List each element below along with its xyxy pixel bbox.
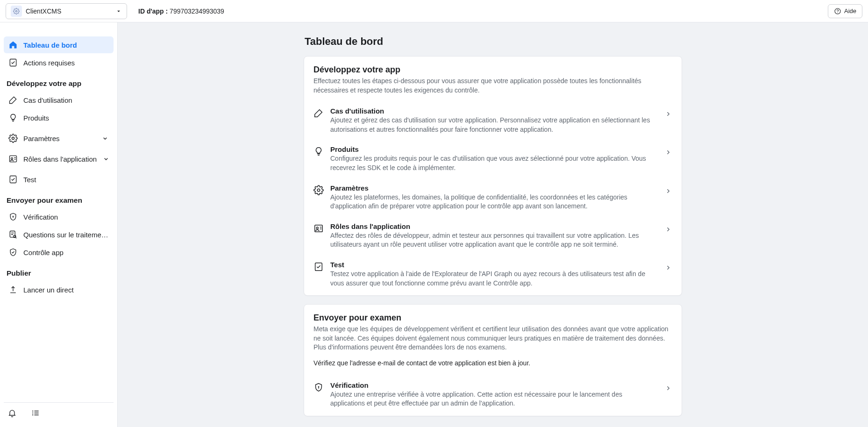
chevron-right-icon xyxy=(664,384,672,392)
row-title: Test xyxy=(330,261,657,269)
pencil-icon xyxy=(313,108,324,118)
gear-icon xyxy=(11,6,22,17)
build-card-title: Développez votre app xyxy=(313,65,672,75)
caret-down-icon xyxy=(115,8,122,14)
sidebar-item-label: Cas d'utilisation xyxy=(23,96,72,104)
sidebar-heading-review: Envoyer pour examen xyxy=(4,189,114,208)
row-desc: Ajoutez et gérez des cas d'utilisation s… xyxy=(330,116,657,134)
shield-icon xyxy=(8,212,18,221)
sidebar-heading-publish: Publier xyxy=(4,262,114,281)
check-doc-icon xyxy=(8,175,18,184)
row-test[interactable]: Test Testez votre application à l'aide d… xyxy=(313,255,672,293)
row-desc: Affectez des rôles de développeur, admin… xyxy=(330,231,657,249)
sidebar-item-settings[interactable]: Paramètres xyxy=(4,130,114,147)
bell-icon[interactable] xyxy=(7,408,17,418)
sidebar: Tableau de bord Actions requises Dévelop… xyxy=(0,22,118,427)
row-title: Vérification xyxy=(330,381,657,389)
shield-icon xyxy=(313,382,324,392)
review-card-note: Vérifiez que l'adresse e-mail de contact… xyxy=(313,359,672,368)
list-icon[interactable] xyxy=(31,408,40,418)
row-title: Paramètres xyxy=(330,184,657,192)
row-title: Rôles dans l'application xyxy=(330,222,657,230)
bulb-icon xyxy=(313,146,324,157)
row-title: Produits xyxy=(330,145,657,153)
doc-search-icon xyxy=(8,230,18,239)
sidebar-item-label: Produits xyxy=(23,114,49,122)
sidebar-item-label: Test xyxy=(23,176,36,184)
content-area: Tableau de bord Développez votre app Eff… xyxy=(118,22,868,427)
row-use-cases[interactable]: Cas d'utilisation Ajoutez et gérez des c… xyxy=(313,101,672,140)
checklist-icon xyxy=(8,58,18,67)
chevron-right-icon xyxy=(664,225,672,234)
sidebar-item-label: Contrôle app xyxy=(23,249,64,256)
help-icon xyxy=(834,7,841,15)
row-desc: Testez votre application à l'aide de l'E… xyxy=(330,270,657,288)
topbar: ClientXCMS ID d'app : 799703234993039 Ai… xyxy=(0,0,868,22)
row-desc: Ajoutez une entreprise vérifiée à votre … xyxy=(330,390,657,408)
row-desc: Ajoutez les plateformes, les domaines, l… xyxy=(330,193,657,211)
chevron-right-icon xyxy=(664,263,672,272)
row-settings[interactable]: Paramètres Ajoutez les plateformes, les … xyxy=(313,178,672,217)
pencil-icon xyxy=(8,95,18,105)
sidebar-item-app-review[interactable]: Contrôle app xyxy=(4,244,114,261)
gear-icon xyxy=(313,185,324,195)
sidebar-item-app-roles[interactable]: Rôles dans l'application xyxy=(4,150,114,167)
sidebar-item-required-actions[interactable]: Actions requises xyxy=(4,54,114,71)
check-doc-icon xyxy=(313,262,324,272)
sidebar-item-label: Vérification xyxy=(23,213,58,221)
sidebar-item-label: Paramètres xyxy=(23,135,60,142)
person-badge-icon xyxy=(8,154,18,164)
page-title: Tableau de bord xyxy=(305,36,682,48)
app-id: ID d'app : 799703234993039 xyxy=(138,7,224,15)
sidebar-item-verification[interactable]: Vérification xyxy=(4,208,114,225)
sidebar-item-label: Lancer un direct xyxy=(23,286,74,294)
sidebar-heading-build: Développez votre app xyxy=(4,72,114,92)
sidebar-item-go-live[interactable]: Lancer un direct xyxy=(4,281,114,298)
sidebar-item-label: Rôles dans l'application xyxy=(23,155,97,163)
row-app-roles[interactable]: Rôles dans l'application Affectez des rô… xyxy=(313,217,672,255)
sidebar-item-dashboard[interactable]: Tableau de bord xyxy=(4,36,114,53)
sidebar-footer xyxy=(4,402,114,423)
home-icon xyxy=(8,40,18,50)
upload-icon xyxy=(8,285,18,294)
review-card-title: Envoyer pour examen xyxy=(313,313,672,323)
app-selector[interactable]: ClientXCMS xyxy=(6,3,127,19)
build-card: Développez votre app Effectuez toutes le… xyxy=(304,56,682,296)
person-badge-icon xyxy=(313,223,324,234)
shield-check-icon xyxy=(8,248,18,257)
sidebar-item-products[interactable]: Produits xyxy=(4,109,114,126)
chevron-right-icon xyxy=(664,110,672,118)
gear-icon xyxy=(8,134,18,143)
row-desc: Configurez les produits requis pour le c… xyxy=(330,154,657,172)
sidebar-item-test[interactable]: Test xyxy=(4,171,114,188)
sidebar-item-label: Actions requises xyxy=(23,59,75,67)
review-card: Envoyer pour examen Meta exige que les é… xyxy=(304,304,682,416)
sidebar-item-label: Questions sur le traitement de... xyxy=(23,231,109,239)
app-name: ClientXCMS xyxy=(26,7,61,15)
row-verification[interactable]: Vérification Ajoutez une entreprise véri… xyxy=(313,376,672,414)
build-card-sub: Effectuez toutes les étapes ci-dessous p… xyxy=(313,77,672,95)
review-card-sub: Meta exige que les équipes de développem… xyxy=(313,325,672,352)
chevron-down-icon xyxy=(101,135,109,142)
help-button[interactable]: Aide xyxy=(828,4,862,18)
sidebar-item-label: Tableau de bord xyxy=(23,41,77,49)
chevron-right-icon xyxy=(664,187,672,195)
chevron-right-icon xyxy=(664,148,672,157)
chevron-down-icon xyxy=(102,155,110,163)
bulb-icon xyxy=(8,113,18,122)
row-products[interactable]: Produits Configurez les produits requis … xyxy=(313,140,672,178)
row-title: Cas d'utilisation xyxy=(330,107,657,115)
sidebar-item-data-questions[interactable]: Questions sur le traitement de... xyxy=(4,226,114,243)
sidebar-item-use-cases[interactable]: Cas d'utilisation xyxy=(4,92,114,108)
